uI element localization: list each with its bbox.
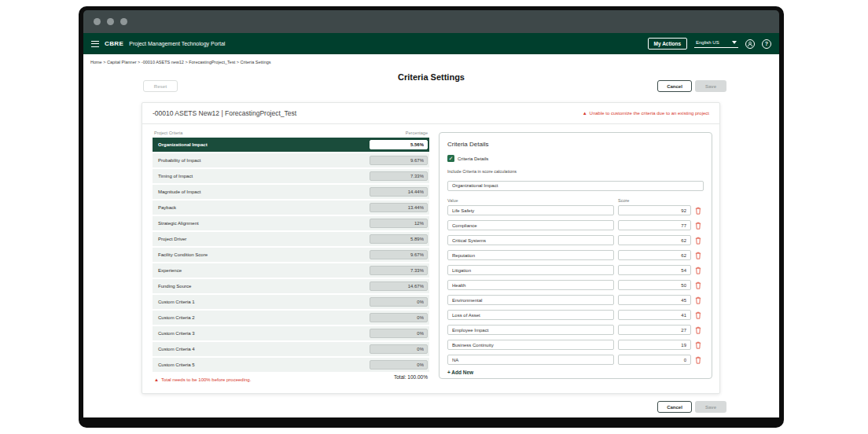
criteria-row[interactable]: Strategic Alignment [153,216,429,230]
criteria-label: Facility Condition Score [158,252,208,257]
criteria-row[interactable]: Timing of Impact [153,169,429,183]
value-input[interactable] [447,310,614,320]
criteria-row[interactable]: Payback [153,200,429,215]
top-actions: Cancel Save [657,80,726,92]
card-warning-text: Unable to customize the criteria due to … [590,111,709,116]
total-warning: ▲ Total needs to be 100% before proceedi… [154,377,251,382]
app-header: CBRE Project Management Technology Porta… [83,33,779,54]
value-score-headers: Value Score [447,198,704,203]
value-input[interactable] [447,295,614,305]
value-score-row [447,340,704,351]
score-input[interactable] [618,205,691,215]
delete-icon[interactable] [695,236,702,245]
value-input[interactable] [447,220,614,230]
my-actions-button[interactable]: My Actions [648,38,687,50]
criteria-label: Strategic Alignment [158,221,199,226]
criteria-row[interactable]: Custom Criteria 1 [153,295,429,309]
total-percentage: Total: 100.00% [394,374,428,380]
reset-button[interactable]: Reset [143,80,178,92]
criteria-name-input[interactable] [447,181,704,191]
criteria-row[interactable]: Organizational Impact [153,138,429,152]
menu-icon[interactable] [91,41,99,47]
delete-icon[interactable] [695,281,702,289]
criteria-label: Project Driver [158,237,186,241]
cancel-button[interactable]: Cancel [657,80,692,92]
criteria-percentage-input [370,297,428,307]
user-icon[interactable] [745,39,755,49]
criteria-label: Timing of Impact [158,174,193,178]
delete-icon[interactable] [695,355,702,364]
score-input[interactable] [618,310,691,320]
score-input[interactable] [618,355,691,365]
criteria-label: Experience [158,268,182,273]
window-control-dot [120,18,127,25]
criteria-label: Custom Criteria 2 [158,315,195,320]
criteria-label: Custom Criteria 5 [158,362,195,367]
delete-icon[interactable] [695,326,702,334]
criteria-percentage-input [370,281,428,291]
score-input[interactable] [618,295,691,305]
value-input[interactable] [447,280,614,290]
delete-icon[interactable] [695,266,702,274]
score-input[interactable] [618,250,691,260]
criteria-percentage-input [370,344,428,354]
card-warning: ▲ Unable to customize the criteria due t… [583,111,709,116]
criteria-list: Project Criteria Percentage Organization… [153,131,429,382]
help-icon[interactable]: ? [762,39,771,49]
criteria-column-headers: Project Criteria Percentage [153,131,429,135]
criteria-row[interactable]: Project Driver [153,232,429,246]
criteria-percentage-input [370,203,428,212]
breadcrumb[interactable]: Home > Capital Planner > -00010 ASETS ne… [83,54,779,70]
score-input[interactable] [618,280,691,290]
criteria-percentage-input [370,329,428,338]
criteria-details-checkbox[interactable] [447,155,454,162]
add-new-button[interactable]: + Add New [447,370,704,375]
value-input[interactable] [447,265,614,275]
criteria-percentage-input [370,156,428,165]
value-input[interactable] [447,250,614,260]
value-input[interactable] [447,325,614,335]
criteria-row[interactable]: Custom Criteria 4 [153,342,429,356]
main-content: Criteria Settings Reset Cancel Save -000… [83,70,779,417]
criteria-row[interactable]: Funding Source [153,279,429,293]
criteria-footer: ▲ Total needs to be 100% before proceedi… [153,374,429,382]
criteria-row[interactable]: Magnitude of Impact [153,185,429,199]
criteria-details-checkbox-row: Criteria Details [447,155,704,162]
warning-icon: ▲ [154,377,159,382]
project-card-title: -00010 ASETS New12 | ForecastingProject_… [153,109,296,117]
value-input[interactable] [447,235,614,245]
score-input[interactable] [618,340,691,350]
delete-icon[interactable] [695,311,702,319]
criteria-row[interactable]: Probability of Impact [153,153,429,167]
score-input[interactable] [618,265,691,275]
project-card: -00010 ASETS New12 | ForecastingProject_… [142,102,720,394]
criteria-details-checkbox-label: Criteria Details [458,156,488,161]
score-input[interactable] [618,325,691,335]
value-input[interactable] [447,355,614,365]
value-input[interactable] [447,340,614,350]
value-score-row [447,280,704,291]
value-input[interactable] [447,205,614,215]
window-titlebar [83,10,779,33]
criteria-percentage-input [370,187,428,197]
score-input[interactable] [618,220,691,230]
cancel-button[interactable]: Cancel [657,401,692,413]
criteria-row[interactable]: Custom Criteria 2 [153,311,429,325]
delete-icon[interactable] [695,251,702,259]
save-button[interactable]: Save [695,401,726,413]
criteria-row[interactable]: Custom Criteria 5 [153,358,429,372]
value-column-label: Value [447,198,618,203]
criteria-percentage-input[interactable] [370,140,428,149]
criteria-row[interactable]: Experience [153,263,429,278]
save-button[interactable]: Save [695,80,726,92]
criteria-row[interactable]: Custom Criteria 3 [153,326,429,340]
language-select[interactable]: English US [694,39,738,48]
criteria-row[interactable]: Facility Condition Score [153,248,429,262]
value-score-row [447,205,704,216]
delete-icon[interactable] [695,340,702,349]
delete-icon[interactable] [695,206,702,215]
score-input[interactable] [618,235,691,245]
app-window: CBRE Project Management Technology Porta… [79,6,784,428]
delete-icon[interactable] [695,221,702,230]
delete-icon[interactable] [695,296,702,304]
